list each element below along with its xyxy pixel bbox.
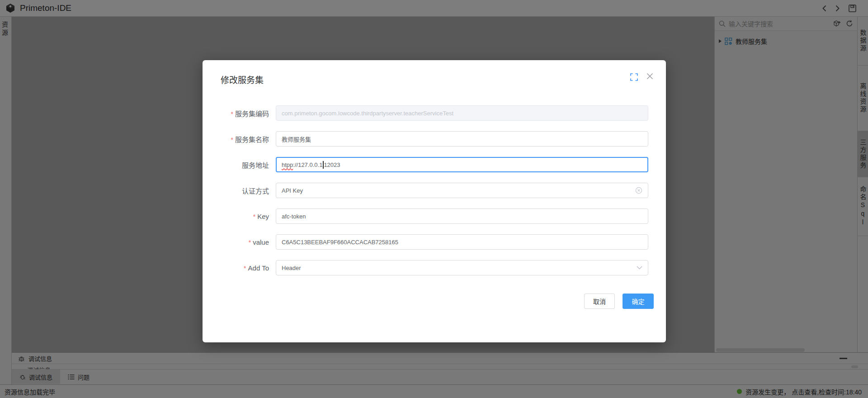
- field-label-service-set-name: 服务集名称: [203, 134, 269, 144]
- dialog-title: 修改服务集: [221, 73, 264, 85]
- key-input[interactable]: afc-token: [276, 208, 648, 224]
- field-label-value: value: [203, 238, 269, 246]
- field-label-key: Key: [203, 213, 269, 220]
- required-asterisk: [244, 264, 248, 272]
- auth-method-select[interactable]: API Key: [276, 183, 648, 198]
- required-asterisk: [231, 136, 235, 143]
- required-asterisk: [253, 213, 257, 220]
- value-input[interactable]: C6A5C13BEEBAF9F660ACCACAB7258165: [276, 234, 648, 250]
- misspelled-text: htpp: [282, 161, 293, 168]
- add-to-select[interactable]: Header: [276, 260, 648, 275]
- clear-icon[interactable]: [635, 187, 642, 194]
- edit-service-set-dialog: 修改服务集 服务集编码 com.primeton.gocom.lowcode.t…: [203, 60, 666, 342]
- field-label-auth-method: 认证方式: [203, 186, 269, 195]
- field-label-add-to: Add To: [203, 264, 269, 272]
- ok-button[interactable]: 确定: [623, 294, 654, 309]
- field-label-service-address: 服务地址: [203, 160, 269, 170]
- fullscreen-icon[interactable]: [630, 73, 638, 81]
- cancel-button[interactable]: 取消: [584, 294, 615, 309]
- required-asterisk: [249, 238, 253, 246]
- required-asterisk: [231, 110, 235, 118]
- close-icon[interactable]: [646, 73, 653, 80]
- service-set-name-input[interactable]: 教师服务集: [276, 131, 648, 147]
- field-label-service-set-code: 服务集编码: [203, 109, 269, 118]
- chevron-down-icon: [637, 266, 642, 270]
- service-address-input[interactable]: htpp://127.0.0.112023: [276, 157, 648, 172]
- service-set-code-input: com.primeton.gocom.lowcode.thirdpartyser…: [276, 105, 648, 121]
